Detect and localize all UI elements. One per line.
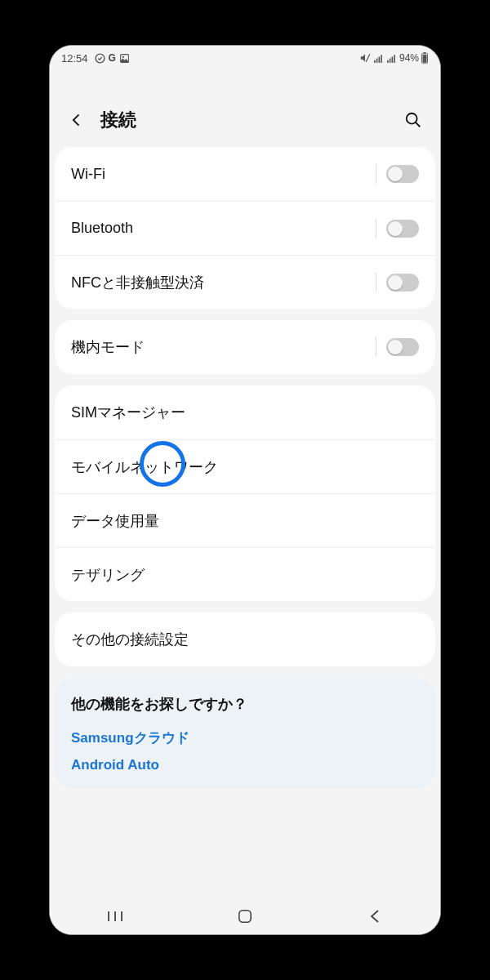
svg-rect-8: [387, 60, 389, 62]
wifi-row[interactable]: Wi-Fi: [55, 147, 435, 201]
data-usage-row[interactable]: データ使用量: [55, 493, 435, 547]
row-label: データ使用量: [71, 511, 419, 531]
google-icon: G: [109, 52, 116, 64]
divider: [376, 219, 376, 238]
wifi-toggle[interactable]: [386, 165, 419, 183]
nav-bar: [50, 898, 440, 934]
row-label: Wi-Fi: [71, 166, 376, 183]
divider: [376, 273, 376, 292]
status-time: 12:54: [61, 52, 88, 65]
svg-rect-5: [376, 58, 378, 62]
mobile-networks-row[interactable]: モバイルネットワーク: [55, 439, 435, 493]
svg-rect-4: [374, 60, 376, 62]
airplane-toggle[interactable]: [386, 338, 419, 356]
svg-rect-9: [390, 58, 391, 62]
suggestions-title: 他の機能をお探しですか？: [71, 694, 419, 714]
signal-icon-2: [386, 53, 397, 64]
suggestions-card: 他の機能をお探しですか？ Samsungクラウド Android Auto: [55, 678, 435, 788]
home-button[interactable]: [212, 898, 278, 934]
svg-rect-20: [239, 911, 251, 922]
suggestion-link-android-auto[interactable]: Android Auto: [71, 757, 419, 773]
page-title: 接続: [100, 108, 390, 132]
svg-rect-7: [381, 55, 382, 63]
search-icon: [404, 111, 422, 129]
row-label: Bluetooth: [71, 220, 376, 237]
settings-group: SIMマネージャー モバイルネットワーク データ使用量 テザリング: [55, 385, 435, 601]
tethering-row[interactable]: テザリング: [55, 547, 435, 601]
suggestion-link-samsung-cloud[interactable]: Samsungクラウド: [71, 728, 419, 747]
svg-line-3: [366, 54, 370, 61]
divider: [376, 337, 376, 357]
bluetooth-toggle[interactable]: [386, 220, 419, 238]
svg-rect-6: [378, 56, 380, 63]
status-bar: 12:54 G 94%: [50, 46, 440, 69]
row-label: NFCと非接触型決済: [71, 273, 376, 292]
back-button[interactable]: [65, 108, 89, 132]
settings-group: その他の接続設定: [55, 612, 435, 666]
recents-button[interactable]: [82, 898, 148, 934]
svg-rect-10: [391, 56, 393, 63]
nav-back-button[interactable]: [342, 898, 408, 934]
header: 接続: [50, 69, 440, 147]
content: Wi-Fi Bluetooth NFCと非接触型決済 機内モード: [50, 147, 440, 829]
row-label: その他の接続設定: [71, 630, 419, 649]
recents-icon: [107, 910, 123, 923]
airplane-row[interactable]: 機内モード: [55, 320, 435, 374]
image-icon: [119, 53, 130, 64]
svg-rect-13: [424, 52, 426, 53]
svg-rect-14: [423, 55, 427, 63]
chevron-left-icon: [369, 909, 381, 924]
row-label: SIMマネージャー: [71, 403, 419, 422]
battery-icon: [421, 52, 429, 64]
bluetooth-row[interactable]: Bluetooth: [55, 201, 435, 255]
nfc-row[interactable]: NFCと非接触型決済: [55, 255, 435, 309]
battery-percent: 94%: [399, 52, 419, 64]
svg-line-16: [416, 122, 421, 127]
svg-point-15: [407, 114, 417, 124]
row-label: 機内モード: [71, 337, 376, 357]
settings-group: 機内モード: [55, 320, 435, 374]
phone-frame: 12:54 G 94%: [49, 45, 441, 935]
settings-group: Wi-Fi Bluetooth NFCと非接触型決済: [55, 147, 435, 309]
row-label: モバイルネットワーク: [71, 457, 419, 477]
chevron-left-icon: [69, 112, 85, 128]
check-circle-icon: [95, 53, 105, 64]
sim-manager-row[interactable]: SIMマネージャー: [55, 385, 435, 439]
signal-icon: [373, 53, 384, 64]
more-connection-row[interactable]: その他の接続設定: [55, 612, 435, 666]
nfc-toggle[interactable]: [386, 274, 419, 292]
search-button[interactable]: [401, 108, 425, 132]
svg-rect-11: [394, 55, 395, 63]
row-label: テザリング: [71, 565, 419, 585]
divider: [376, 164, 376, 184]
mute-icon: [359, 52, 371, 64]
home-icon: [238, 909, 252, 924]
svg-point-2: [122, 56, 124, 57]
